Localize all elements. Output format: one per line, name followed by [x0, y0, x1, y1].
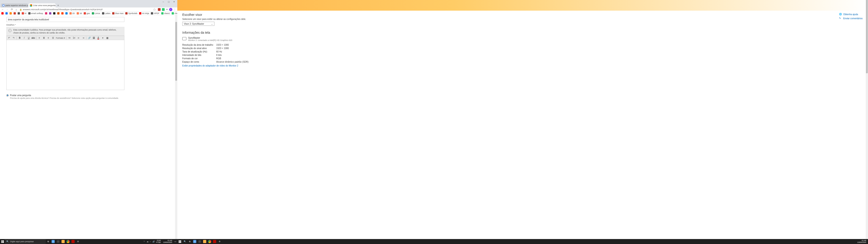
scrollbar-thumb[interactable] [866, 0, 868, 73]
start-button[interactable] [0, 239, 5, 244]
bookmark-item[interactable]: gas [84, 12, 90, 14]
bookmark-item[interactable]: M [22, 12, 27, 14]
get-help-link[interactable]: 🌐 Obtenha ajuda [839, 13, 863, 16]
post-question-option[interactable]: Postar uma pergunta [6, 94, 171, 97]
taskbar-app[interactable] [51, 239, 56, 244]
system-tray: 01:40 13/09/2020 [856, 240, 868, 243]
vertical-scrollbar[interactable] [175, 15, 177, 244]
reload-button[interactable]: ⟳ [10, 8, 13, 11]
settings-scrollbar[interactable] [866, 0, 868, 244]
taskbar-clock[interactable]: 01:40 13/09/2020 [856, 240, 867, 243]
indent-button[interactable]: ⇥ [82, 36, 85, 39]
number-list-button[interactable]: 1≡ [72, 36, 76, 39]
undo-button[interactable]: ↶ [7, 36, 11, 39]
bookmark-item[interactable]: Symbolab [125, 12, 137, 14]
extension-icon[interactable] [162, 8, 165, 11]
bookmark-item[interactable]: 3d [77, 12, 82, 14]
wifi-icon[interactable]: ⌐ [150, 240, 151, 243]
forward-button[interactable]: → [6, 8, 9, 11]
bookmark-item[interactable]: blue man [112, 12, 123, 14]
image-button[interactable]: 🖼 [92, 36, 95, 39]
address-bar[interactable]: 🔒 answers.microsoft.com/pt-br/newthread?… [20, 8, 151, 11]
bookmark-item[interactable]: HPDF [151, 12, 159, 14]
browser-tab-0[interactable]: parte superior windows preta - P × [1, 3, 28, 7]
close-window-button[interactable]: ✕ [172, 0, 177, 3]
more-button[interactable]: ▾ [101, 36, 104, 39]
font-color-button[interactable]: A [97, 36, 100, 39]
bookmark-item[interactable]: class1 [161, 12, 170, 14]
new-tab-button[interactable]: + [56, 3, 60, 7]
taskbar-app[interactable] [192, 239, 197, 244]
action-center-icon[interactable]: ▭ [174, 240, 177, 243]
taskbar-settings[interactable]: ⚙ [75, 239, 81, 244]
taskbar-explorer[interactable] [61, 239, 66, 244]
viewer-select[interactable]: Visor 2: SyncMaster ⌄ [182, 22, 214, 26]
bookmark-item[interactable] [65, 12, 68, 14]
taskbar-search[interactable]: 🔍 Digite aqui para pesquisar [5, 239, 46, 244]
underline-button[interactable]: U [27, 36, 30, 39]
italic-button[interactable]: I [23, 36, 26, 39]
kb-indicator[interactable]: PTB2 [156, 242, 161, 243]
bookmark-item[interactable]: 2D [69, 12, 75, 14]
back-button[interactable]: ← [1, 8, 4, 11]
taskbar-search-icon[interactable]: 🔍 [182, 239, 187, 244]
bullet-list-button[interactable]: •≡ [68, 36, 71, 39]
align-right-button[interactable]: ≡ [47, 36, 50, 39]
extension-icon[interactable] [158, 8, 161, 11]
bookmark-item[interactable] [9, 12, 12, 14]
taskbar-acrobat[interactable] [212, 239, 217, 244]
taskbar-app[interactable] [197, 239, 202, 244]
bookmark-item[interactable] [18, 12, 20, 14]
start-button[interactable] [177, 239, 182, 244]
star-icon[interactable]: ☆ [153, 7, 156, 11]
extensions-menu-icon[interactable]: ✦ [166, 8, 168, 11]
bookmark-item[interactable]: int ninja [139, 12, 149, 14]
taskbar-chrome[interactable] [207, 239, 212, 244]
bookmark-item[interactable] [61, 12, 64, 14]
taskbar-clock[interactable]: 01:40 13/09/2020 [162, 240, 173, 243]
volume-icon[interactable]: 🔊 [152, 240, 155, 243]
align-left-button[interactable]: ≡ [38, 36, 41, 39]
redo-button[interactable]: ↷ [12, 36, 15, 39]
home-button[interactable]: ⌂ [15, 8, 18, 11]
taskbar-settings[interactable]: ⚙ [217, 239, 222, 244]
align-center-button[interactable]: ≣ [42, 36, 45, 39]
bookmark-item[interactable]: Livros [92, 12, 100, 14]
bookmark-item[interactable]: email unifesp [28, 12, 43, 14]
bookmark-item[interactable]: Lattes [102, 12, 111, 14]
bookmark-item[interactable] [5, 12, 8, 14]
bookmark-label: Lattes [105, 12, 111, 14]
tray-chevron-icon[interactable]: ＾ [143, 240, 145, 243]
taskbar-explorer[interactable] [202, 239, 207, 244]
format-dropdown[interactable]: Formato▾ [56, 37, 65, 39]
send-feedback-link[interactable]: ✎ Enviar comentários [839, 17, 863, 20]
bold-button[interactable]: B [18, 36, 21, 39]
outdent-button[interactable]: ⇤ [77, 36, 80, 39]
bookmark-item[interactable] [49, 12, 51, 14]
bookmark-item[interactable] [57, 12, 60, 14]
radio-checked-icon[interactable] [6, 94, 9, 97]
table-button[interactable]: ▦ [106, 36, 109, 39]
menu-icon[interactable]: ⋮ [174, 8, 176, 11]
task-view-button[interactable]: ⧉ [187, 239, 192, 244]
scrollbar-thumb[interactable] [175, 22, 177, 81]
browser-tab-1[interactable]: Criar uma nova pergunta ou inic × [29, 3, 56, 7]
justify-button[interactable]: ☰ [51, 36, 55, 39]
link-button[interactable]: 🔗 [88, 36, 91, 39]
profile-avatar[interactable]: V [169, 8, 172, 11]
strikethrough-button[interactable]: abc [32, 36, 35, 39]
adapter-properties-link[interactable]: Exibir propriedades do adaptador de víde… [182, 64, 863, 67]
minimize-button[interactable]: ─ [161, 0, 166, 3]
onedrive-icon[interactable]: ☁ [147, 240, 149, 243]
bookmark-item[interactable] [45, 12, 47, 14]
maximize-button[interactable]: ▢ [166, 0, 172, 3]
editor-textarea[interactable] [6, 40, 124, 90]
bookmark-item[interactable] [13, 12, 16, 14]
bookmark-item[interactable] [53, 12, 55, 14]
taskbar-chrome[interactable] [66, 239, 70, 244]
task-view-button[interactable]: ⧉ [46, 239, 51, 244]
taskbar-app[interactable] [56, 239, 61, 244]
taskbar-acrobat[interactable] [70, 239, 75, 244]
question-title-input[interactable] [6, 17, 124, 22]
bookmark-item[interactable] [1, 12, 4, 14]
